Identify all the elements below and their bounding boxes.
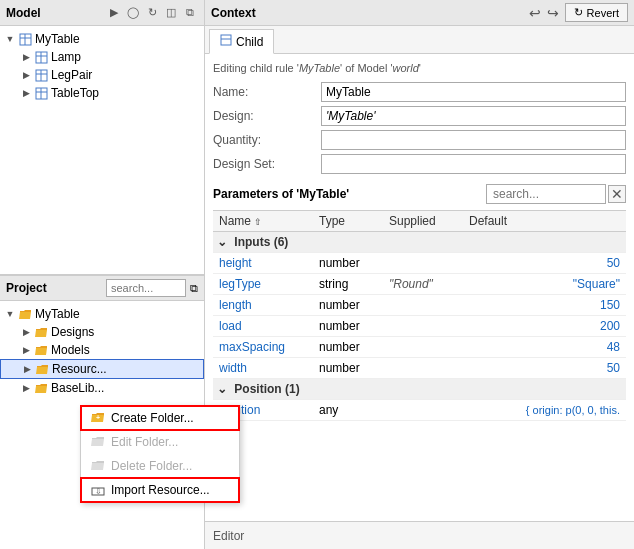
quantity-label: Quantity: xyxy=(213,133,313,147)
editor-label: Editor xyxy=(213,529,244,543)
table-icon xyxy=(18,32,32,46)
menu-edit-folder: Edit Folder... xyxy=(81,430,239,454)
tab-child[interactable]: Child xyxy=(209,29,274,54)
project-section: Project ⧉ ▼ MyTable xyxy=(0,275,204,549)
param-supplied-height xyxy=(383,253,463,274)
param-name-width[interactable]: width xyxy=(213,358,313,379)
tab-bar: Child xyxy=(205,26,634,54)
project-search-input[interactable] xyxy=(106,279,186,297)
model-tree: ▼ MyTable ▶ xyxy=(0,26,204,106)
inputs-section-label: ⌄ Inputs (6) xyxy=(213,232,626,253)
proj-arrow-baselib: ▶ xyxy=(20,382,32,394)
col-type-header[interactable]: Type xyxy=(313,211,383,232)
menu-import-resource[interactable]: ⇩ Import Resource... xyxy=(81,478,239,502)
bottom-editor: Editor xyxy=(205,521,634,549)
context-header: Context ↩ ↪ ↻ Revert xyxy=(205,0,634,26)
param-name-length[interactable]: length xyxy=(213,295,313,316)
quantity-input[interactable] xyxy=(321,130,626,150)
param-default-position: { origin: p(0, 0, this. xyxy=(463,400,626,421)
params-search-input[interactable] xyxy=(486,184,606,204)
param-name-load[interactable]: load xyxy=(213,316,313,337)
project-designs[interactable]: ▶ Designs xyxy=(0,323,204,341)
param-type-load: number xyxy=(313,316,383,337)
model-icon-undo[interactable]: ↻ xyxy=(144,5,160,21)
editing-label: Editing child rule 'MyTable' of Model 'w… xyxy=(213,62,626,74)
svg-text:⇩: ⇩ xyxy=(95,487,102,496)
edit-folder-icon xyxy=(91,435,105,449)
model-header: Model ▶ ◯ ↻ ◫ ⧉ xyxy=(0,0,204,26)
design-set-label: Design Set: xyxy=(213,157,313,171)
params-title: Parameters of 'MyTable' xyxy=(213,187,349,201)
model-title: Model xyxy=(6,6,41,20)
arrow-tabletop: ▶ xyxy=(20,87,32,99)
arrow-legpair: ▶ xyxy=(20,69,32,81)
proj-models-label: Models xyxy=(51,343,90,357)
col-default-header[interactable]: Default xyxy=(463,211,626,232)
position-collapse-arrow[interactable]: ⌄ xyxy=(217,382,227,396)
param-default-height: 50 xyxy=(463,253,626,274)
context-menu: + Create Folder... Edit Folder... xyxy=(80,405,240,503)
menu-import-resource-label: Import Resource... xyxy=(111,483,210,497)
param-name-maxspacing[interactable]: maxSpacing xyxy=(213,337,313,358)
svg-text:+: + xyxy=(96,414,100,421)
name-label: Name: xyxy=(213,85,313,99)
child-content: Editing child rule 'MyTable' of Model 'w… xyxy=(205,54,634,521)
project-resources[interactable]: ▶ Resourc... xyxy=(0,359,204,379)
model-icon-refresh[interactable]: ◯ xyxy=(125,5,141,21)
project-baselib[interactable]: ▶ BaseLib... xyxy=(0,379,204,397)
right-panel: Context ↩ ↪ ↻ Revert Child xyxy=(205,0,634,549)
tree-item-tabletop[interactable]: ▶ TableTop xyxy=(0,84,204,102)
design-input[interactable] xyxy=(321,106,626,126)
proj-designs-icon xyxy=(34,325,48,339)
project-models[interactable]: ▶ Models xyxy=(0,341,204,359)
design-set-input[interactable] xyxy=(321,154,626,174)
model-icon-grid[interactable]: ◫ xyxy=(163,5,179,21)
name-input[interactable] xyxy=(321,82,626,102)
param-supplied-position xyxy=(383,400,463,421)
table-row-load: load number 200 xyxy=(213,316,626,337)
proj-baselib-icon xyxy=(34,381,48,395)
proj-arrow-resources: ▶ xyxy=(21,363,33,375)
proj-arrow-mytable: ▼ xyxy=(4,308,16,320)
table-row-height: height number 50 xyxy=(213,253,626,274)
sort-arrow: ⇧ xyxy=(254,217,262,227)
param-type-maxspacing: number xyxy=(313,337,383,358)
proj-arrow-models: ▶ xyxy=(20,344,32,356)
tree-item-legpair[interactable]: ▶ LegPair xyxy=(0,66,204,84)
param-supplied-legtype: "Round" xyxy=(383,274,463,295)
inputs-collapse-arrow[interactable]: ⌄ xyxy=(217,235,227,249)
param-name-legtype[interactable]: legType xyxy=(213,274,313,295)
redo-icon[interactable]: ↪ xyxy=(547,5,559,21)
project-mytable[interactable]: ▼ MyTable xyxy=(0,305,204,323)
proj-mytable-label: MyTable xyxy=(35,307,80,321)
revert-label: Revert xyxy=(587,7,619,19)
tree-item-lamp[interactable]: ▶ Lamp xyxy=(0,48,204,66)
proj-resources-icon xyxy=(35,362,49,376)
table-row-maxspacing: maxSpacing number 48 xyxy=(213,337,626,358)
param-default-length: 150 xyxy=(463,295,626,316)
param-type-width: number xyxy=(313,358,383,379)
param-supplied-width xyxy=(383,358,463,379)
revert-button[interactable]: ↻ Revert xyxy=(565,3,628,22)
search-clear-button[interactable]: ✕ xyxy=(608,185,626,203)
param-supplied-load xyxy=(383,316,463,337)
param-type-height: number xyxy=(313,253,383,274)
model-icon-expand[interactable]: ⧉ xyxy=(182,5,198,21)
params-table: Name ⇧ Type Supplied Default ⌄ Inputs (6… xyxy=(213,210,626,421)
col-name-header[interactable]: Name ⇧ xyxy=(213,211,313,232)
menu-create-folder[interactable]: + Create Folder... xyxy=(81,406,239,430)
project-expand-icon[interactable]: ⧉ xyxy=(190,282,198,295)
param-type-length: number xyxy=(313,295,383,316)
param-name-height[interactable]: height xyxy=(213,253,313,274)
col-supplied-header[interactable]: Supplied xyxy=(383,211,463,232)
undo-icon[interactable]: ↩ xyxy=(529,5,541,21)
param-default-legtype: "Square" xyxy=(463,274,626,295)
legpair-label: LegPair xyxy=(51,68,92,82)
params-section: Parameters of 'MyTable' ✕ Name ⇧ Type Su… xyxy=(213,184,626,421)
model-icon-play[interactable]: ▶ xyxy=(106,5,122,21)
proj-arrow-designs: ▶ xyxy=(20,326,32,338)
menu-edit-folder-label: Edit Folder... xyxy=(111,435,178,449)
tree-item-mytable[interactable]: ▼ MyTable xyxy=(0,30,204,48)
menu-delete-folder: Delete Folder... xyxy=(81,454,239,478)
tab-child-icon xyxy=(220,34,232,49)
